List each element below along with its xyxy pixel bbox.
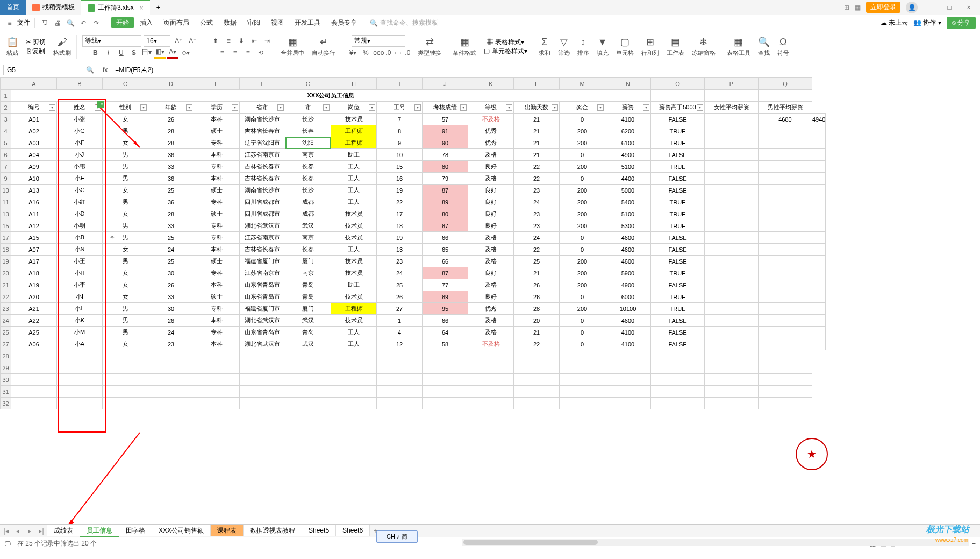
cell[interactable]: 5100 — [605, 161, 651, 173]
menu-tab-5[interactable]: 审阅 — [242, 17, 266, 28]
sheet-first-button[interactable]: |◂ — [0, 527, 12, 535]
menu-tab-2[interactable]: 页面布局 — [158, 17, 195, 28]
cell[interactable]: A15 — [11, 232, 57, 244]
column-header[interactable]: 编号▾ — [11, 102, 57, 114]
cell[interactable]: 不及格 — [468, 114, 514, 125]
increase-font-button[interactable]: A⁺ — [173, 35, 184, 47]
col-header[interactable]: J — [423, 78, 468, 90]
cell[interactable]: 及格 — [468, 232, 514, 244]
cell[interactable]: 湖北省武汉市 — [240, 220, 285, 232]
cell[interactable] — [377, 398, 423, 409]
cell[interactable]: 女 — [103, 208, 148, 220]
cell[interactable] — [148, 362, 194, 374]
cell[interactable]: A12 — [11, 220, 57, 232]
close-button[interactable]: × — [962, 4, 976, 11]
cell[interactable]: 33 — [148, 291, 194, 303]
cell[interactable]: 专科 — [194, 232, 240, 244]
sheet-tab[interactable]: 数据透视表教程 — [244, 525, 302, 536]
cell[interactable]: 5300 — [605, 220, 651, 232]
cell[interactable] — [759, 185, 812, 196]
dec-decimal-button[interactable]: ←.0 — [398, 47, 410, 59]
col-header[interactable]: M — [560, 78, 605, 90]
cell[interactable]: 小H — [57, 267, 103, 279]
column-header[interactable]: 出勤天数▾ — [514, 102, 560, 114]
cell[interactable] — [148, 386, 194, 398]
file-menu[interactable]: 文件 — [17, 18, 30, 27]
cell[interactable]: 9 — [377, 137, 423, 149]
cell[interactable] — [812, 244, 826, 256]
cell[interactable]: 64 — [423, 327, 468, 338]
cell[interactable] — [759, 256, 812, 267]
cell[interactable] — [560, 362, 605, 374]
cell[interactable] — [705, 279, 759, 291]
sheet-tab[interactable]: 成绩表 — [47, 525, 80, 536]
cell[interactable]: 专科 — [194, 196, 240, 208]
cell[interactable] — [651, 362, 705, 374]
cell[interactable]: 21 — [514, 327, 560, 338]
cell[interactable] — [812, 125, 826, 137]
cell[interactable]: 24 — [514, 232, 560, 244]
cell[interactable]: 91 — [423, 125, 468, 137]
cell[interactable]: 及格 — [468, 279, 514, 291]
col-header[interactable]: I — [377, 78, 423, 90]
menu-tab-8[interactable]: 会员专享 — [326, 17, 362, 28]
cell[interactable] — [285, 398, 331, 409]
cell[interactable]: 0 — [560, 338, 605, 350]
sheet-button[interactable]: ▤工作表 — [664, 36, 686, 57]
merge-button[interactable]: ▦合并居中 — [278, 36, 306, 57]
cell[interactable] — [705, 137, 759, 149]
cell[interactable] — [240, 386, 285, 398]
cell[interactable]: 吉林省长春市 — [240, 173, 285, 185]
cell[interactable]: 武汉 — [285, 315, 331, 327]
cell[interactable] — [605, 362, 651, 374]
cell[interactable] — [759, 327, 812, 338]
cell[interactable]: 4100 — [605, 327, 651, 338]
cell[interactable] — [11, 350, 57, 362]
cell[interactable]: 男 — [103, 149, 148, 161]
column-header[interactable]: 姓名▾ — [57, 102, 103, 114]
cell[interactable]: 小L — [57, 303, 103, 315]
column-header[interactable]: 等级▾ — [468, 102, 514, 114]
cell[interactable]: 良好 — [468, 267, 514, 279]
menu-tab-6[interactable]: 视图 — [266, 17, 289, 28]
cell[interactable]: 辽宁省沈阳市 — [240, 137, 285, 149]
cell[interactable]: 4600 — [605, 315, 651, 327]
filter-arrow-icon[interactable]: ▾ — [460, 104, 467, 111]
cell[interactable] — [759, 398, 812, 409]
preview-icon[interactable]: 🔍 — [65, 18, 76, 29]
cell[interactable]: 87 — [423, 220, 468, 232]
cell[interactable]: 助工 — [331, 149, 377, 161]
redo-icon[interactable]: ↷ — [91, 18, 102, 29]
spreadsheet-grid[interactable]: ABCDEFGHIJKLMNOPQ1XXX公司员工信息2编号▾姓名▾性别▾年龄▾… — [0, 77, 826, 409]
cell[interactable]: 工程师 — [331, 303, 377, 315]
cell[interactable]: 18 — [377, 220, 423, 232]
cell[interactable] — [759, 362, 812, 374]
maximize-button[interactable]: □ — [942, 4, 956, 11]
col-header[interactable]: L — [514, 78, 560, 90]
cell[interactable]: 22 — [514, 161, 560, 173]
cell[interactable]: 工程师 — [331, 125, 377, 137]
filter-arrow-icon[interactable]: ▾ — [49, 104, 55, 111]
cell[interactable]: 23 — [514, 208, 560, 220]
cell[interactable] — [759, 220, 812, 232]
cell[interactable]: 21 — [514, 149, 560, 161]
cell[interactable] — [514, 386, 560, 398]
align-bottom-button[interactable]: ⬇ — [235, 35, 247, 47]
cell[interactable]: TRUE — [651, 303, 705, 315]
col-header[interactable]: Q — [759, 78, 812, 90]
cell[interactable]: 25 — [148, 185, 194, 196]
cell[interactable] — [759, 149, 812, 161]
cell[interactable] — [103, 398, 148, 409]
cell[interactable]: 36 — [148, 196, 194, 208]
apps-icon[interactable]: ▦ — [855, 4, 861, 11]
cell[interactable]: 男 — [103, 125, 148, 137]
cell[interactable]: FALSE — [651, 232, 705, 244]
cell[interactable] — [705, 256, 759, 267]
cell[interactable]: 硕士 — [194, 256, 240, 267]
cell[interactable] — [285, 374, 331, 386]
cell[interactable]: 本科 — [194, 279, 240, 291]
cell[interactable] — [331, 398, 377, 409]
cell[interactable]: 良好 — [468, 185, 514, 196]
sheet-tab[interactable]: Sheet5 — [302, 525, 336, 536]
cell[interactable]: 专科 — [194, 220, 240, 232]
